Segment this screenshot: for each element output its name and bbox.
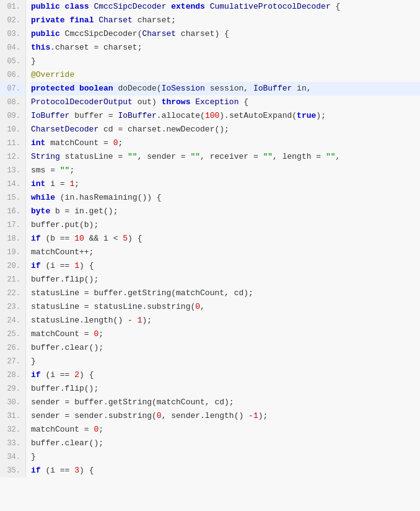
token: if bbox=[31, 368, 45, 382]
token: ) { bbox=[79, 259, 94, 273]
token: , sender = bbox=[138, 150, 191, 164]
token: public bbox=[31, 27, 65, 41]
code-line-3: public CmccSipcDecoder(Charset charset) … bbox=[31, 27, 420, 41]
token: String bbox=[31, 150, 60, 164]
line-number-32: 32. bbox=[0, 423, 25, 437]
code-line-4: this.charset = charset; bbox=[31, 41, 420, 55]
token: 1 bbox=[69, 177, 74, 191]
code-line-1: public class CmccSipcDecoder extends Cum… bbox=[31, 0, 420, 14]
token: CmccSipcDecoder bbox=[94, 0, 171, 14]
code-line-12: String statusLine = "", sender = "", rec… bbox=[31, 150, 420, 164]
token: "" bbox=[190, 150, 200, 164]
line-number-19: 19. bbox=[0, 246, 25, 259]
line-number-33: 33. bbox=[0, 437, 25, 450]
code-line-8: ProtocolDecoderOutput out) throws Except… bbox=[31, 96, 420, 109]
token: ; bbox=[118, 136, 123, 150]
token: extends bbox=[171, 0, 209, 14]
line-number-9: 09. bbox=[0, 109, 25, 123]
line-number-25: 25. bbox=[0, 327, 25, 341]
line-number-1: 01. bbox=[0, 0, 25, 14]
line-number-5: 05. bbox=[0, 55, 25, 68]
code-line-9: IoBuffer buffer = IoBuffer.allocate(100)… bbox=[31, 109, 420, 123]
token: } bbox=[31, 450, 36, 464]
token: charset) { bbox=[176, 27, 229, 41]
code-line-29: buffer.flip(); bbox=[31, 382, 420, 396]
token: if bbox=[31, 232, 45, 246]
code-line-17: buffer.put(b); bbox=[31, 218, 420, 232]
code-line-23: statusLine = statusLine.substring(0, bbox=[31, 300, 420, 314]
line-number-15: 15. bbox=[0, 191, 25, 205]
token: , sender.length() - bbox=[162, 409, 253, 423]
line-number-12: 12. bbox=[0, 150, 25, 164]
code-line-14: int i = 1; bbox=[31, 177, 420, 191]
code-line-20: if (i == 1) { bbox=[31, 259, 420, 273]
token: IoBuffer bbox=[31, 109, 69, 123]
token: matchCount = bbox=[31, 423, 94, 437]
token: buffer.flip(); bbox=[31, 382, 98, 396]
token: 10 bbox=[74, 232, 84, 246]
token: 1 bbox=[138, 314, 142, 327]
code-line-22: statusLine = buffer.getString(matchCount… bbox=[31, 287, 420, 300]
line-number-23: 23. bbox=[0, 300, 25, 314]
line-number-13: 13. bbox=[0, 164, 25, 177]
token: 0 bbox=[94, 423, 98, 437]
token: doDecode( bbox=[118, 82, 161, 96]
token: ); bbox=[316, 109, 326, 123]
line-number-24: 24. bbox=[0, 314, 25, 327]
token: (b == bbox=[45, 232, 74, 246]
line-number-35: 35. bbox=[0, 464, 25, 478]
token: "" bbox=[263, 150, 273, 164]
line-number-14: 14. bbox=[0, 177, 25, 191]
line-number-31: 31. bbox=[0, 409, 25, 423]
code-line-25: matchCount = 0; bbox=[31, 327, 420, 341]
token: matchCount++; bbox=[31, 246, 94, 259]
token: buffer.put(b); bbox=[31, 218, 98, 232]
token: CmccSipcDecoder( bbox=[65, 27, 142, 41]
token: Exception bbox=[195, 96, 238, 109]
token: IoBuffer bbox=[118, 109, 156, 123]
code-line-33: buffer.clear(); bbox=[31, 437, 420, 450]
token: 0 bbox=[113, 136, 118, 150]
token: ; bbox=[98, 423, 103, 437]
token: && i < bbox=[84, 232, 123, 246]
code-line-30: sender = buffer.getString(matchCount, cd… bbox=[31, 396, 420, 409]
token: @Override bbox=[31, 68, 74, 82]
line-number-4: 04. bbox=[0, 41, 25, 55]
line-number-2: 02. bbox=[0, 14, 25, 27]
token: ; bbox=[69, 164, 74, 177]
code-line-2: private final Charset charset; bbox=[31, 14, 420, 27]
token: throws bbox=[162, 96, 196, 109]
token: boolean bbox=[79, 82, 118, 96]
token: "" bbox=[60, 164, 70, 177]
token: , bbox=[336, 150, 341, 164]
code-line-5: } bbox=[31, 55, 420, 68]
token: while bbox=[31, 191, 60, 205]
token: Charset bbox=[98, 14, 133, 27]
token: byte bbox=[31, 205, 55, 218]
code-line-11: int matchCount = 0; bbox=[31, 136, 420, 150]
token: ProtocolDecoderOutput bbox=[31, 96, 133, 109]
code-line-34: } bbox=[31, 450, 420, 464]
token: public bbox=[31, 0, 65, 14]
line-number-22: 22. bbox=[0, 287, 25, 300]
code-line-19: matchCount++; bbox=[31, 246, 420, 259]
token: Charset bbox=[142, 27, 176, 41]
token: private bbox=[31, 14, 69, 27]
token: CumulativeProtocolDecoder bbox=[210, 0, 336, 14]
token: (i == bbox=[45, 259, 74, 273]
token: buffer.flip(); bbox=[31, 273, 98, 287]
token: statusLine = buffer.getString(matchCount… bbox=[31, 287, 253, 300]
token: if bbox=[31, 259, 45, 273]
token: 1 bbox=[253, 409, 258, 423]
token: 0 bbox=[195, 300, 200, 314]
token: cd = charset.newDecoder(); bbox=[98, 123, 229, 136]
line-number-20: 20. bbox=[0, 259, 25, 273]
token: matchCount = bbox=[50, 136, 113, 150]
line-number-17: 17. bbox=[0, 218, 25, 232]
token: 3 bbox=[74, 464, 79, 478]
token: sender = buffer.getString(matchCount, cd… bbox=[31, 396, 234, 409]
token: (in.hasRemaining()) { bbox=[60, 191, 162, 205]
token: { bbox=[238, 96, 248, 109]
line-number-30: 30. bbox=[0, 396, 25, 409]
token: { bbox=[336, 0, 341, 14]
